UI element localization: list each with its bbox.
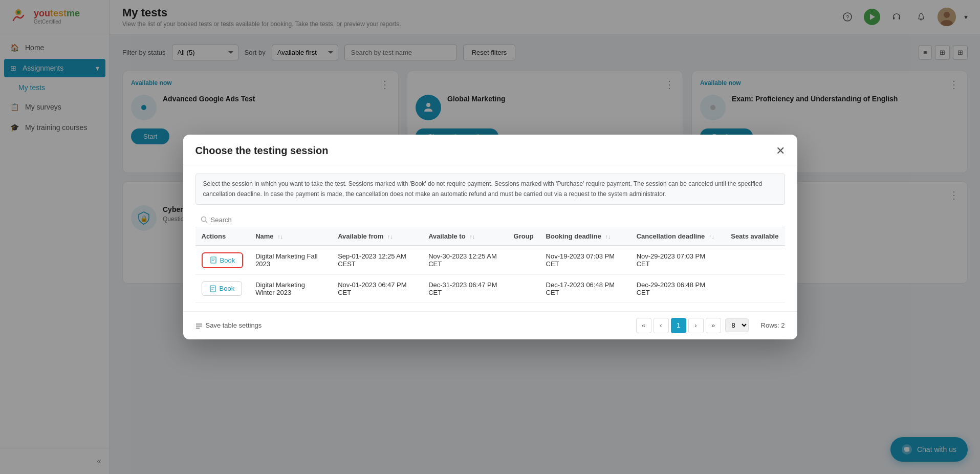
pagination: « ‹ 1 › » [636,318,721,333]
col-cancellation-deadline: Cancellation deadline ↑↓ [630,227,725,246]
next-page-button[interactable]: › [688,318,704,333]
table-search-area [195,213,785,227]
row2-available-from: Nov-01-2023 06:47 PM CET [332,274,422,303]
rows-count: Rows: 2 [761,321,785,329]
col-available-to: Available to ↑↓ [422,227,507,246]
row2-seats [725,274,785,303]
book-button-1[interactable]: Book [202,252,244,268]
row1-name: Digital Marketing Fall 2023 [249,246,332,275]
col-booking-deadline: Booking deadline ↑↓ [540,227,630,246]
row1-booking-deadline: Nov-19-2023 07:03 PM CET [540,246,630,275]
table-search-icon [201,216,208,223]
modal-footer: Save table settings « ‹ 1 › » 8 Rows: 2 [183,311,797,339]
col-actions: Actions [195,227,250,246]
settings-lines-icon [195,322,203,329]
page-1-button[interactable]: 1 [671,318,686,333]
row1-action-cell: Book [195,246,250,275]
svg-rect-18 [210,286,215,292]
svg-line-14 [205,221,207,223]
sessions-table: Actions Name ↑↓ Available from ↑↓ Availa… [195,227,785,303]
modal-body: Select the session in which you want to … [183,165,797,311]
modal-overlay[interactable]: Choose the testing session ✕ Select the … [0,0,980,474]
row2-group [508,274,540,303]
last-page-button[interactable]: » [706,318,721,333]
book-button-2[interactable]: Book [202,281,243,296]
rows-per-page-select[interactable]: 8 [725,318,749,332]
svg-point-13 [201,217,206,222]
col-seats: Seats available [725,227,785,246]
row1-group [508,246,540,275]
svg-rect-15 [211,257,216,263]
col-group: Group [508,227,540,246]
available-to-sort-icon[interactable]: ↑↓ [469,233,475,240]
col-available-from: Available from ↑↓ [332,227,422,246]
table-row: Book Digital Marketing Winter 2023 Nov-0… [195,274,785,303]
row2-action-cell: Book [195,274,250,303]
row2-cancellation-deadline: Dec-29-2023 06:48 PM CET [630,274,725,303]
table-search-input[interactable] [211,216,780,224]
first-page-button[interactable]: « [636,318,651,333]
row2-booking-deadline: Dec-17-2023 06:48 PM CET [540,274,630,303]
modal-close-button[interactable]: ✕ [776,145,785,157]
row2-name: Digital Marketing Winter 2023 [249,274,332,303]
table-row: Book Digital Marketing Fall 2023 Sep-01-… [195,246,785,275]
modal-header: Choose the testing session ✕ [183,135,797,165]
modal-title: Choose the testing session [195,145,329,157]
prev-page-button[interactable]: ‹ [654,318,669,333]
save-table-settings-button[interactable]: Save table settings [195,321,262,329]
available-from-sort-icon[interactable]: ↑↓ [387,233,393,240]
row1-available-to: Nov-30-2023 12:25 AM CET [422,246,507,275]
col-name: Name ↑↓ [249,227,332,246]
row1-seats [725,246,785,275]
row1-available-from: Sep-01-2023 12:25 AM CEST [332,246,422,275]
row1-cancellation-deadline: Nov-29-2023 07:03 PM CET [630,246,725,275]
name-sort-icon[interactable]: ↑↓ [277,233,283,240]
book-icon-1 [210,256,217,264]
choose-session-modal: Choose the testing session ✕ Select the … [183,135,797,339]
cancellation-sort-icon[interactable]: ↑↓ [709,233,714,240]
modal-info-text: Select the session in which you want to … [195,174,785,204]
book-icon-2 [209,285,216,292]
booking-sort-icon[interactable]: ↑↓ [605,233,611,240]
row2-available-to: Dec-31-2023 06:47 PM CET [422,274,507,303]
